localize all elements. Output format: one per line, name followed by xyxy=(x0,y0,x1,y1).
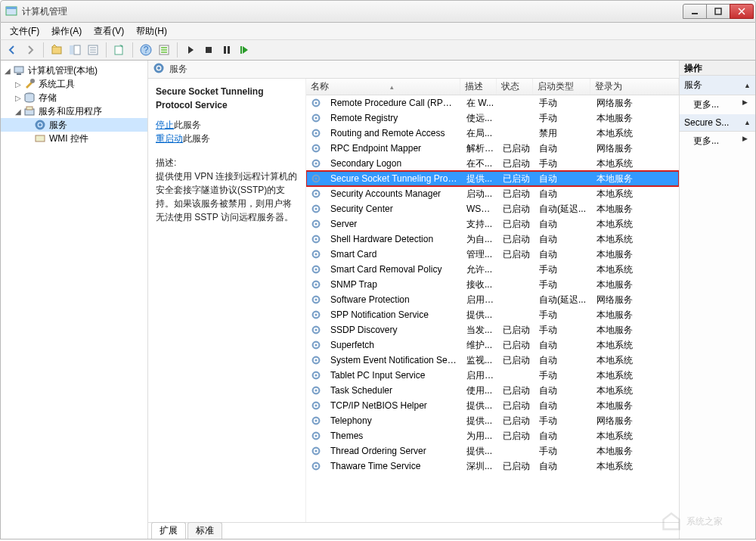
tree-services-apps[interactable]: ◢ 服务和应用程序 xyxy=(1,104,147,118)
service-name: RPC Endpoint Mapper xyxy=(326,143,462,154)
collapse-icon[interactable]: ◢ xyxy=(2,67,13,75)
expand-icon[interactable]: ▷ xyxy=(13,94,23,102)
service-row[interactable]: Smart Card Removal Policy允许...手动本地系统 xyxy=(306,262,679,277)
wmi-icon xyxy=(34,132,46,145)
actions-section-selected[interactable]: Secure S...▲ xyxy=(680,114,755,132)
back-button[interactable] xyxy=(4,42,20,58)
actions-more-2[interactable]: 更多...▶ xyxy=(680,132,755,151)
help-button[interactable]: ? xyxy=(138,42,154,58)
service-icon xyxy=(311,263,323,275)
service-desc: 提供... xyxy=(462,400,498,412)
service-icon xyxy=(311,294,323,306)
column-status[interactable]: 状态 xyxy=(497,79,533,95)
service-row[interactable]: Task Scheduler使用...已启动自动本地系统 xyxy=(306,383,679,398)
column-desc[interactable]: 描述 xyxy=(460,79,497,95)
service-row[interactable]: Remote Procedure Call (RPC)...在 W...手动网络… xyxy=(306,95,679,110)
actions-more-1[interactable]: 更多...▶ xyxy=(680,95,755,114)
tab-extended[interactable]: 扩展 xyxy=(151,522,186,539)
service-row[interactable]: Themes为用...已启动自动本地系统 xyxy=(306,428,679,443)
service-name: Server xyxy=(326,219,462,229)
svg-rect-3 xyxy=(715,8,721,14)
service-desc: 提供... xyxy=(462,309,498,322)
service-startup: 自动 xyxy=(534,400,592,412)
service-row[interactable]: Telephony提供...已启动手动网络服务 xyxy=(306,413,679,428)
service-row[interactable]: System Event Notification Ser...监视...已启动… xyxy=(306,353,679,368)
window-title: 计算机管理 xyxy=(22,5,683,18)
service-row[interactable]: Thread Ordering Server提供...手动本地服务 xyxy=(306,443,679,459)
maximize-button[interactable] xyxy=(706,4,730,19)
svg-rect-19 xyxy=(161,51,167,53)
service-logon: 本地系统 xyxy=(592,384,679,397)
properties-button[interactable] xyxy=(85,42,101,58)
tree-storage[interactable]: ▷ 存储 xyxy=(1,91,147,104)
tab-standard[interactable]: 标准 xyxy=(187,522,222,539)
show-hide-tree-button[interactable] xyxy=(67,42,83,58)
up-button[interactable] xyxy=(48,42,65,58)
minimize-button[interactable] xyxy=(683,4,707,19)
tree-root[interactable]: ◢ 计算机管理(本地) xyxy=(1,64,147,77)
service-desc: 当发... xyxy=(462,324,498,337)
svg-point-68 xyxy=(314,344,317,346)
tree-system-tools[interactable]: ▷ 系统工具 xyxy=(1,77,147,91)
service-row[interactable]: Secure Socket Tunneling Prot...提供...已启动自… xyxy=(306,171,679,186)
start-service-button[interactable] xyxy=(182,42,199,58)
service-startup: 手动 xyxy=(534,369,592,382)
restart-service-button[interactable] xyxy=(237,42,253,58)
pause-service-button[interactable] xyxy=(218,42,235,58)
close-button[interactable] xyxy=(730,4,754,19)
service-row[interactable]: Secondary Logon在不...已启动手动本地系统 xyxy=(306,156,679,171)
stop-service-link[interactable]: 停止 xyxy=(156,120,174,130)
service-startup: 手动 xyxy=(534,309,592,322)
service-row[interactable]: Software Protection启用 ...自动(延迟...网络服务 xyxy=(306,292,679,307)
service-row[interactable]: Superfetch维护...已启动自动本地系统 xyxy=(306,337,679,353)
service-logon: 网络服务 xyxy=(592,97,679,110)
menu-file[interactable]: 文件(F) xyxy=(4,23,45,39)
menu-view[interactable]: 查看(V) xyxy=(88,23,130,39)
svg-text:?: ? xyxy=(144,45,149,55)
svg-point-70 xyxy=(314,359,317,361)
svg-point-48 xyxy=(314,192,317,194)
stop-service-button[interactable] xyxy=(200,42,217,58)
svg-point-36 xyxy=(314,101,317,104)
svg-rect-23 xyxy=(240,46,242,54)
export-button[interactable] xyxy=(111,42,128,58)
service-row[interactable]: Remote Registry使远...手动本地服务 xyxy=(306,110,679,126)
service-row[interactable]: Routing and Remote Access在局...禁用本地系统 xyxy=(306,126,679,141)
column-startup[interactable]: 启动类型 xyxy=(533,79,590,95)
tree-services[interactable]: 服务 xyxy=(1,118,147,132)
service-icon xyxy=(311,460,323,472)
service-logon: 本地系统 xyxy=(592,430,679,443)
service-desc: 提供... xyxy=(462,173,498,185)
menu-action[interactable]: 操作(A) xyxy=(45,23,88,39)
expand-icon[interactable]: ▷ xyxy=(13,80,23,89)
service-row[interactable]: Security Accounts Manager启动...已启动自动本地系统 xyxy=(306,186,679,201)
column-logon[interactable]: 登录为 xyxy=(590,79,679,95)
actions-section-services[interactable]: 服务▲ xyxy=(680,76,755,95)
service-row[interactable]: Server支持...已启动自动本地系统 xyxy=(306,216,679,232)
service-row[interactable]: SPP Notification Service提供...手动本地服务 xyxy=(306,307,679,322)
service-row[interactable]: SNMP Trap接收...手动本地服务 xyxy=(306,277,679,292)
column-name[interactable]: 名称▴ xyxy=(306,79,460,95)
svg-rect-24 xyxy=(14,67,23,73)
service-row[interactable]: Smart Card管理...已启动自动本地服务 xyxy=(306,247,679,262)
svg-rect-7 xyxy=(70,45,73,54)
service-row[interactable]: Thaware Time Service深圳...已启动自动本地系统 xyxy=(306,459,679,474)
collapse-icon[interactable]: ◢ xyxy=(13,107,23,116)
service-row[interactable]: RPC Endpoint Mapper解析 ...已启动自动网络服务 xyxy=(306,141,679,156)
menu-help[interactable]: 帮助(H) xyxy=(130,23,173,39)
service-row[interactable]: SSDP Discovery当发...已启动手动本地服务 xyxy=(306,322,679,337)
service-row[interactable]: Shell Hardware Detection为自...已启动自动本地系统 xyxy=(306,232,679,247)
service-row[interactable]: TCP/IP NetBIOS Helper提供...已启动自动本地服务 xyxy=(306,398,679,413)
forward-button[interactable] xyxy=(22,42,39,58)
service-row[interactable]: Tablet PC Input Service启用 ...手动本地系统 xyxy=(306,368,679,383)
service-row[interactable]: Security CenterWSC...已启动自动(延迟...本地服务 xyxy=(306,201,679,216)
svg-rect-1 xyxy=(6,7,17,9)
tree-wmi[interactable]: WMI 控件 xyxy=(1,132,147,145)
service-desc: 允许... xyxy=(462,263,498,276)
restart-service-link[interactable]: 重启动 xyxy=(156,133,183,144)
service-desc: 使远... xyxy=(462,112,498,125)
service-status: 已启动 xyxy=(498,248,534,261)
refresh-button[interactable] xyxy=(156,42,172,58)
svg-point-40 xyxy=(314,132,317,134)
service-status: 已启动 xyxy=(498,324,534,337)
